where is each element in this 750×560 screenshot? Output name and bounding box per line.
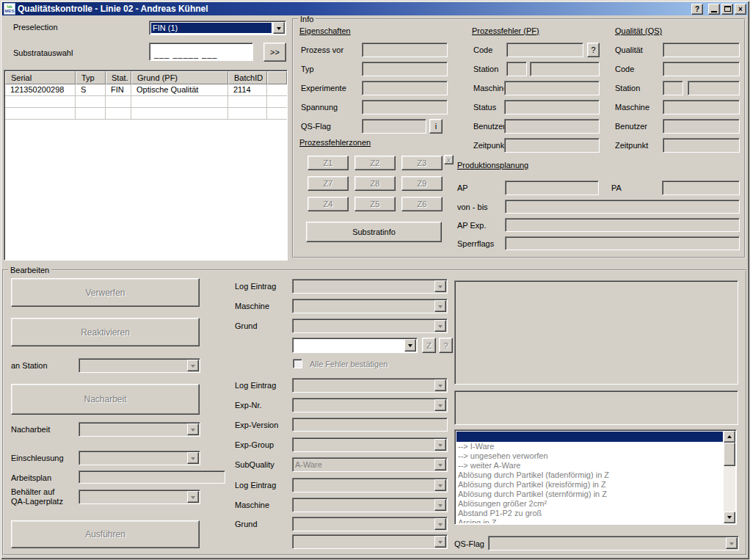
exp-version-label: Exp-Version bbox=[235, 421, 278, 429]
maximize-button[interactable] bbox=[721, 4, 733, 15]
log-eintrag-combo-2[interactable] bbox=[292, 378, 448, 393]
bottom-combo[interactable] bbox=[292, 534, 448, 549]
pf-help-button[interactable]: ? bbox=[587, 43, 600, 57]
list-item[interactable]: Ablösung durch Partikel (fadenförmig) in… bbox=[456, 470, 723, 480]
prozessfehler-heading: Prozessfehler (PF) bbox=[472, 26, 539, 35]
app-window: fab MES Qualitätskontrolle - Linie 02 - … bbox=[0, 0, 750, 560]
arbeitsplan-field[interactable] bbox=[79, 470, 225, 484]
maschine-combo-1[interactable] bbox=[292, 299, 448, 313]
grund-label-1: Grund bbox=[235, 321, 258, 330]
zone-button-z4[interactable]: Z4 bbox=[307, 197, 349, 211]
column-header-typ[interactable]: Typ bbox=[76, 71, 106, 84]
minimize-button[interactable] bbox=[708, 4, 720, 15]
table-row[interactable]: 121350200298 S FIN Optische Qualität 211… bbox=[5, 84, 287, 96]
zone-button-z7[interactable]: Z7 bbox=[307, 176, 349, 191]
zone-button-z1[interactable]: Z1 bbox=[307, 156, 349, 170]
list-item[interactable]: Ablösung durch Partikel (kreisförmig) in… bbox=[456, 480, 723, 490]
qs-zeitpunkt-label: Zeitpunkt bbox=[615, 141, 648, 150]
an-station-combo[interactable] bbox=[79, 358, 200, 373]
column-header-serial[interactable]: Serial bbox=[5, 71, 76, 84]
column-header-stat[interactable]: Stat. bbox=[106, 71, 131, 84]
list-item[interactable]: --> weiter A-Ware bbox=[456, 461, 723, 470]
preselection-combobox[interactable]: FIN (1) bbox=[149, 21, 286, 35]
chevron-down-icon bbox=[434, 479, 446, 491]
spannung-field bbox=[362, 100, 448, 114]
empty-cell bbox=[76, 108, 106, 120]
zone-button-z2[interactable]: Z2 bbox=[354, 156, 396, 170]
list-item[interactable]: Abstand P1-P2 zu groß bbox=[456, 509, 723, 518]
pa-label: PA bbox=[611, 183, 622, 192]
substrat-input[interactable]: ___ _____ ___ _______ bbox=[149, 43, 253, 61]
zone-button-z5[interactable]: Z5 bbox=[354, 197, 396, 211]
exp-group-combo[interactable] bbox=[292, 437, 448, 452]
zone-button-z6[interactable]: Z6 bbox=[401, 197, 443, 211]
help-button[interactable]: ? bbox=[691, 4, 703, 15]
prozess-vor-label: Prozess vor bbox=[301, 46, 343, 54]
grund-label-2: Grund bbox=[235, 520, 258, 528]
empty-cell bbox=[131, 96, 228, 108]
list-item[interactable]: Ablösung durch Partikel (sternförmig) in… bbox=[456, 490, 723, 499]
chevron-down-icon bbox=[404, 339, 416, 352]
grund-combo-2[interactable] bbox=[292, 517, 448, 531]
empty-cell bbox=[228, 108, 267, 120]
substrat-go-button[interactable]: >> bbox=[263, 43, 286, 62]
list-item[interactable]: Ablösungen größer 2cm² bbox=[456, 499, 723, 509]
list-item[interactable]: Arcing in Z bbox=[456, 518, 723, 523]
qs-station-label: Station bbox=[615, 84, 640, 92]
eigenschaften-heading: Eigenschaften bbox=[299, 26, 351, 35]
chevron-down-icon[interactable] bbox=[273, 22, 285, 34]
qs-flag-field bbox=[362, 119, 426, 134]
z-button[interactable]: Z bbox=[422, 338, 436, 353]
substratauswahl-label: Substratauswahl bbox=[13, 48, 73, 57]
listbox-scrollbar[interactable] bbox=[724, 431, 735, 523]
cell-extra bbox=[267, 84, 287, 96]
verwerfen-button[interactable]: Verwerfen bbox=[11, 278, 200, 307]
sperrflags-label: Sperrflags bbox=[457, 239, 494, 248]
ausfuehren-button[interactable]: Ausführen bbox=[11, 520, 200, 548]
typ-label: Typ bbox=[301, 65, 314, 73]
column-header-grund[interactable]: Grund (PF) bbox=[131, 71, 228, 84]
pf-station-label: Station bbox=[473, 65, 498, 73]
exp-nr-combo[interactable] bbox=[292, 398, 448, 412]
zone-close-button[interactable]: x bbox=[444, 155, 454, 164]
zone-button-z3[interactable]: Z3 bbox=[401, 156, 443, 170]
grund-listbox[interactable]: --> I-Ware --> ungesehen verworfen --> w… bbox=[454, 429, 737, 525]
log-eintrag-combo-3[interactable] bbox=[292, 478, 448, 492]
chevron-down-icon bbox=[434, 536, 446, 548]
zone-button-z8[interactable]: Z8 bbox=[354, 176, 396, 191]
substrate-table: Serial Typ Stat. Grund (PF) BatchID 1213… bbox=[4, 70, 288, 261]
behaelter-combo[interactable] bbox=[79, 490, 200, 504]
pf-maschine-label: Maschine bbox=[473, 84, 508, 92]
list-item[interactable]: --> I-Ware bbox=[456, 442, 723, 451]
fehler-help-button[interactable]: ? bbox=[439, 338, 453, 353]
qs-benutzer-label: Benutzer bbox=[615, 122, 647, 131]
alle-fehler-checkbox[interactable] bbox=[293, 359, 302, 368]
log-eintrag-combo-1[interactable] bbox=[292, 279, 448, 294]
close-button[interactable]: × bbox=[735, 4, 746, 15]
grund-combo-1[interactable] bbox=[292, 319, 448, 333]
chevron-down-icon bbox=[726, 537, 738, 549]
scrollbar-up-button[interactable] bbox=[724, 431, 735, 443]
exp-version-field[interactable] bbox=[292, 418, 448, 432]
fehler-combo[interactable] bbox=[292, 338, 418, 353]
substratinfo-button[interactable]: Substratinfo bbox=[306, 222, 442, 242]
list-item[interactable]: --> ungesehen verworfen bbox=[456, 451, 723, 461]
column-header-batchid[interactable]: BatchID bbox=[228, 71, 267, 84]
einschleusung-combo[interactable] bbox=[79, 451, 200, 465]
pf-code-field bbox=[506, 43, 583, 57]
nacharbeit-button[interactable]: Nacharbeit bbox=[11, 384, 200, 415]
scrollbar-down-button[interactable] bbox=[724, 512, 735, 523]
subquality-combo[interactable]: A-Ware bbox=[292, 457, 448, 472]
qs-flag-combo[interactable] bbox=[488, 536, 739, 550]
nacharbeit-combo[interactable] bbox=[79, 422, 200, 437]
info-i-button[interactable]: i bbox=[429, 119, 443, 134]
maschine-combo-2[interactable] bbox=[292, 498, 448, 512]
listbox-selected-row[interactable] bbox=[456, 432, 723, 442]
reaktivieren-button[interactable]: Reaktivieren bbox=[11, 318, 200, 346]
prozessfehlerzonen-heading: Prozessfehlerzonen bbox=[299, 138, 371, 147]
titlebar[interactable]: fab MES Qualitätskontrolle - Linie 02 - … bbox=[2, 2, 748, 15]
bearbeiten-legend: Bearbeiten bbox=[8, 266, 51, 274]
zone-button-z9[interactable]: Z9 bbox=[401, 176, 443, 191]
scrollbar-thumb[interactable] bbox=[724, 443, 735, 466]
pf-zeitpunkt-label: Zeitpunkt bbox=[473, 141, 506, 150]
